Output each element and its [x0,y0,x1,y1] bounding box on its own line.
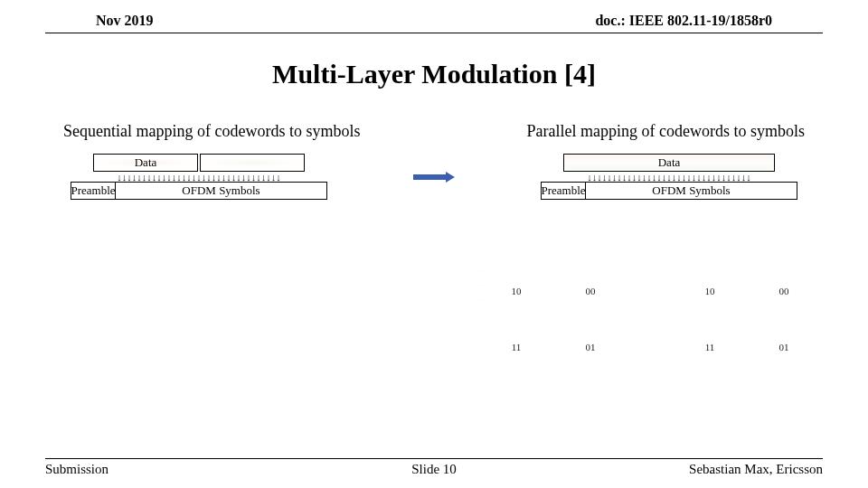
header-docnum: doc.: IEEE 802.11-19/1858r0 [595,13,772,29]
left-ofdm: OFDM Symbols [116,182,327,200]
left-arrows: ↓↓↓↓↓↓↓↓↓↓↓↓↓↓↓↓↓↓↓↓↓↓↓↓↓↓↓↓↓↓↓↓↓ [117,174,281,182]
const-b-bl: 11 [683,342,737,352]
left-preamble: Preamble [71,182,116,200]
slide-number: Slide 10 [0,462,868,477]
right-ofdm: OFDM Symbols [586,182,797,200]
right-data-box: Data [563,154,775,172]
left-diagram: Data ↓↓↓↓↓↓↓↓↓↓↓↓↓↓↓↓↓↓↓↓↓↓↓↓↓↓↓↓↓↓↓↓↓ P… [71,154,327,200]
constellation-b: · · · · · · · · · · · · · · · · 10 00 11… [673,273,821,381]
arrow-right-icon [413,172,455,183]
const-b-tr: 00 [757,286,811,296]
left-heading: Sequential mapping of codewords to symbo… [63,122,360,141]
header-date: Nov 2019 [96,13,154,29]
right-diagram: Data ↓↓↓↓↓↓↓↓↓↓↓↓↓↓↓↓↓↓↓↓↓↓↓↓↓↓↓↓↓↓↓↓↓ P… [541,154,797,200]
const-a-tl: 10 [489,286,543,296]
doc-header: Nov 2019 doc.: IEEE 802.11-19/1858r0 [45,0,823,33]
const-a-br: 01 [563,342,618,352]
const-a-tr: 00 [563,286,618,296]
left-data-box-2 [200,154,305,172]
const-b-tl: 10 [683,286,737,296]
constellations: · · · · · · · · · · · · · · · · · · · · … [479,273,821,381]
left-data-box-1: Data [93,154,198,172]
right-arrows: ↓↓↓↓↓↓↓↓↓↓↓↓↓↓↓↓↓↓↓↓↓↓↓↓↓↓↓↓↓↓↓↓↓ [587,174,751,182]
constellation-a: · · · · · · · · · · · · · · · · · · · · … [479,273,627,381]
const-b-br: 01 [757,342,811,352]
right-preamble: Preamble [541,182,586,200]
page-title: Multi-Layer Modulation [4] [0,59,868,89]
const-a-bl: 11 [489,342,543,352]
right-heading: Parallel mapping of codewords to symbols [527,122,805,141]
